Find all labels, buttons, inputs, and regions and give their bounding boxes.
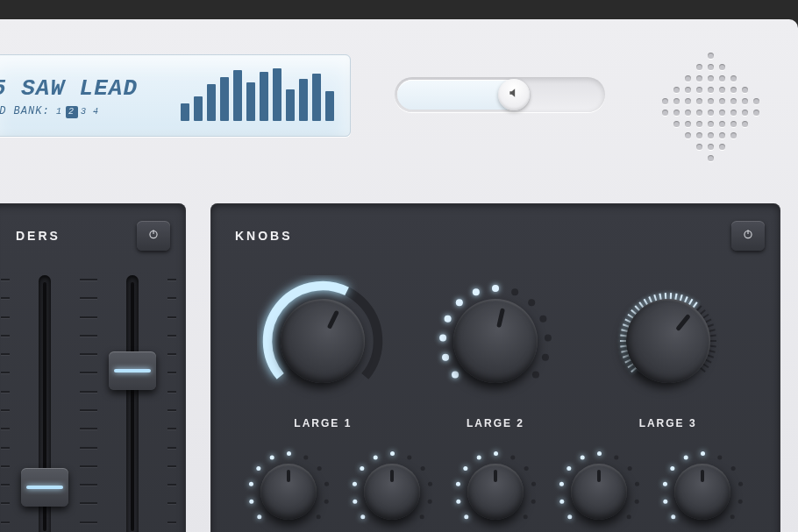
volume-thumb[interactable] bbox=[498, 79, 530, 110]
speaker-icon bbox=[508, 87, 520, 103]
eq-bar bbox=[260, 72, 268, 121]
fader-thumb[interactable] bbox=[21, 468, 68, 507]
faders-power-button[interactable] bbox=[137, 221, 170, 251]
volume-slider[interactable] bbox=[395, 77, 605, 112]
knob-3: LARGE 3 bbox=[594, 275, 743, 429]
bank-1[interactable]: 1 bbox=[53, 106, 66, 118]
faders-title: DERS bbox=[16, 229, 61, 243]
bank-3[interactable]: 3 bbox=[78, 106, 90, 118]
eq-bar bbox=[273, 68, 281, 121]
eq-meter bbox=[181, 72, 334, 121]
fader-thumb[interactable] bbox=[109, 351, 156, 390]
bank-selector: ND BANK: 1234 bbox=[0, 105, 181, 118]
lcd-display: 5 SAW LEAD ND BANK: 1234 bbox=[0, 54, 351, 137]
synth-chassis: 5 SAW LEAD ND BANK: 1234 DERS bbox=[0, 19, 798, 532]
power-icon bbox=[742, 228, 754, 244]
eq-bar bbox=[246, 82, 255, 121]
eq-bar bbox=[312, 74, 321, 121]
knob-label: LARGE 2 bbox=[467, 417, 524, 429]
eq-bar bbox=[220, 77, 229, 121]
knob-1: LARGE 1 bbox=[248, 275, 397, 429]
knob-2: LARGE 2 bbox=[421, 275, 570, 429]
bank-4[interactable]: 4 bbox=[90, 106, 103, 118]
small-knob-dial[interactable] bbox=[364, 464, 420, 520]
eq-bar bbox=[194, 96, 203, 121]
faders-panel: DERS bbox=[0, 203, 186, 532]
small-knob-dial[interactable] bbox=[467, 464, 524, 520]
bank-2[interactable]: 2 bbox=[66, 106, 78, 118]
eq-bar bbox=[286, 89, 295, 121]
knob-label: LARGE 1 bbox=[294, 417, 352, 429]
bank-label: ND BANK: bbox=[0, 105, 50, 117]
small-knob-dial[interactable] bbox=[260, 464, 317, 520]
knob-label: LARGE 3 bbox=[639, 417, 697, 429]
eq-bar bbox=[181, 103, 189, 121]
knobs-power-button[interactable] bbox=[731, 221, 765, 251]
eq-bar bbox=[325, 91, 334, 121]
eq-bar bbox=[233, 70, 242, 121]
eq-bar bbox=[207, 84, 216, 121]
knobs-title: KNOBS bbox=[235, 229, 293, 243]
small-knob-dial[interactable] bbox=[674, 464, 730, 520]
small-knob-dial[interactable] bbox=[571, 464, 627, 520]
fader-2[interactable] bbox=[106, 275, 159, 532]
fader-1[interactable] bbox=[18, 275, 71, 532]
preset-name: 5 SAW LEAD bbox=[0, 75, 181, 102]
speaker-grille bbox=[658, 54, 763, 160]
power-icon bbox=[147, 228, 160, 244]
knob-dial[interactable] bbox=[609, 281, 727, 400]
eq-bar bbox=[299, 79, 308, 121]
knobs-panel: KNOBS LARGE 1LARGE 2LARGE 3 bbox=[210, 203, 780, 532]
